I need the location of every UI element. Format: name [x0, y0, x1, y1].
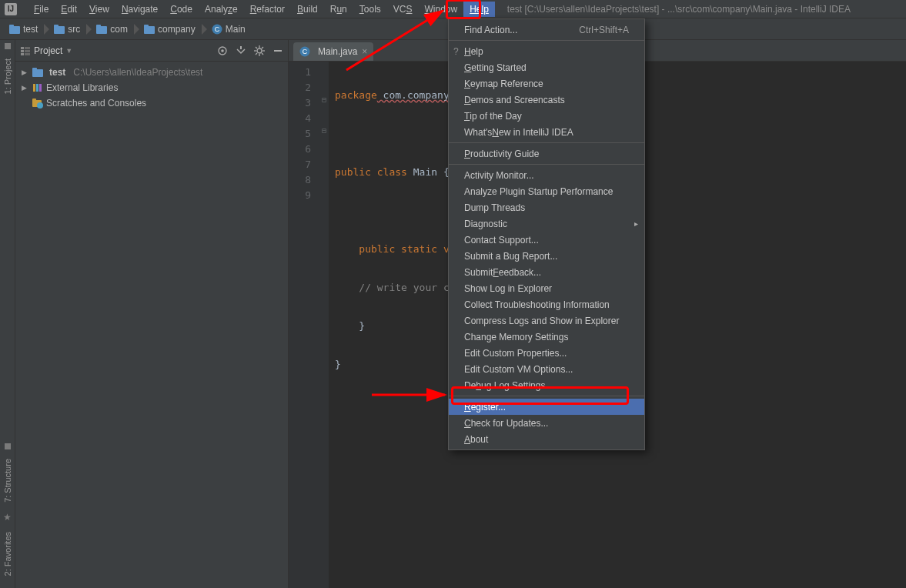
menu-code[interactable]: Code: [164, 2, 199, 17]
menu-run[interactable]: Run: [324, 2, 353, 17]
fold-icon[interactable]: ⊟: [319, 95, 329, 111]
separator: [449, 40, 644, 41]
star-icon: ★: [3, 512, 12, 523]
menuitem-check-updates[interactable]: Check for Updates...: [449, 415, 644, 431]
svg-rect-1: [9, 25, 14, 28]
menuitem-edit-properties[interactable]: Edit Custom Properties...: [449, 345, 644, 361]
help-dropdown: Find Action... Ctrl+Shift+A Help Getting…: [448, 18, 645, 450]
tree-external-libraries[interactable]: ▶ External Libraries: [15, 80, 288, 95]
menuitem-submit-feedback[interactable]: Submit Feedback...: [449, 264, 644, 280]
svg-line-25: [262, 53, 263, 55]
svg-line-26: [262, 47, 263, 48]
target-icon[interactable]: [217, 45, 228, 56]
svg-rect-11: [21, 50, 24, 52]
menu-file[interactable]: File: [28, 2, 55, 17]
minimize-icon[interactable]: [272, 45, 283, 56]
crumb-com[interactable]: com: [93, 22, 132, 37]
svg-rect-35: [32, 99, 36, 102]
svg-point-19: [257, 48, 262, 53]
project-panel-header: Project ▼: [15, 40, 288, 62]
class-icon: C: [299, 46, 310, 57]
side-tab-favorites[interactable]: 2: Favorites: [3, 526, 12, 582]
svg-rect-33: [39, 84, 42, 92]
menuitem-register[interactable]: Register...: [449, 399, 644, 415]
menuitem-activity-monitor[interactable]: Activity Monitor...: [449, 167, 644, 183]
expand-icon[interactable]: [236, 45, 246, 56]
tree-ext-libs-label: External Libraries: [46, 82, 118, 93]
menu-navigate[interactable]: Navigate: [115, 2, 164, 17]
fold-icon[interactable]: ⊟: [319, 126, 329, 142]
svg-text:C: C: [214, 25, 219, 33]
svg-rect-3: [54, 25, 59, 28]
svg-point-36: [37, 102, 43, 109]
side-tab-icon: [5, 43, 11, 49]
menuitem-tip-of-day[interactable]: Tip of the Day: [449, 108, 644, 124]
svg-rect-10: [21, 47, 24, 49]
project-panel: Project ▼ ▶ test C:\Users\allen\IdeaProj…: [15, 40, 289, 588]
menuitem-help[interactable]: Help: [449, 43, 644, 59]
svg-rect-31: [33, 84, 35, 92]
editor-tab-main[interactable]: C Main.java ×: [293, 42, 373, 61]
menuitem-submit-bug[interactable]: Submit a Bug Report...: [449, 248, 644, 264]
side-tab-icon: [5, 443, 11, 449]
separator: [449, 396, 644, 396]
menuitem-show-log[interactable]: Show Log in Explorer: [449, 280, 644, 296]
menuitem-analyze-plugin[interactable]: Analyze Plugin Startup Performance: [449, 183, 644, 199]
menuitem-debug-log[interactable]: Debug Log Settings...: [449, 377, 644, 393]
menubar: IJ File Edit View Navigate Code Analyze …: [0, 0, 906, 18]
app-icon: IJ: [5, 3, 17, 15]
menu-tools[interactable]: Tools: [353, 2, 387, 17]
dropdown-caret-icon[interactable]: ▼: [65, 47, 72, 55]
project-tree: ▶ test C:\Users\allen\IdeaProjects\test …: [15, 62, 288, 114]
svg-text:C: C: [303, 48, 308, 55]
menuitem-about[interactable]: About: [449, 431, 644, 447]
crumb-company[interactable]: company: [141, 22, 200, 37]
crumb-sep-icon: [202, 24, 207, 35]
crumb-sep-icon: [44, 24, 49, 35]
crumb-test[interactable]: test: [6, 22, 42, 37]
separator: [449, 164, 644, 165]
svg-rect-18: [240, 46, 242, 49]
menu-vcs[interactable]: VCS: [387, 2, 419, 17]
menuitem-getting-started[interactable]: Getting Started: [449, 59, 644, 75]
editor-tab-label: Main.java: [318, 46, 357, 57]
menu-refactor[interactable]: Refactor: [244, 2, 291, 17]
menuitem-whats-new[interactable]: What's New in IntelliJ IDEA: [449, 124, 644, 140]
menu-analyze[interactable]: Analyze: [199, 2, 244, 17]
svg-rect-30: [32, 68, 37, 71]
side-tab-project[interactable]: 1: Project: [3, 52, 12, 100]
menuitem-keymap-reference[interactable]: Keymap Reference: [449, 75, 644, 92]
menuitem-find-action[interactable]: Find Action... Ctrl+Shift+A: [449, 22, 644, 38]
menuitem-edit-vm-options[interactable]: Edit Custom VM Options...: [449, 361, 644, 377]
menuitem-compress-logs[interactable]: Compress Logs and Show in Explorer: [449, 312, 644, 329]
menuitem-demos[interactable]: Demos and Screencasts: [449, 92, 644, 108]
crumb-main[interactable]: C Main: [209, 22, 250, 37]
svg-rect-15: [25, 53, 30, 55]
line-number-gutter: 1 2 3 4 5 6 7 8 9: [289, 62, 319, 588]
menu-help[interactable]: Help: [463, 2, 495, 17]
svg-rect-7: [144, 25, 149, 28]
crumb-sep-icon: [134, 24, 139, 35]
menuitem-contact-support[interactable]: Contact Support...: [449, 232, 644, 248]
side-tab-structure[interactable]: 7: Structure: [3, 453, 12, 509]
tree-scratches[interactable]: Scratches and Consoles: [15, 95, 288, 111]
tree-scratches-label: Scratches and Consoles: [46, 98, 146, 109]
crumb-src[interactable]: src: [51, 22, 85, 37]
menuitem-dump-threads[interactable]: Dump Threads: [449, 199, 644, 215]
menu-build[interactable]: Build: [291, 2, 324, 17]
menu-window[interactable]: Window: [418, 2, 463, 17]
project-icon: [20, 45, 31, 56]
svg-line-24: [256, 47, 257, 48]
gear-icon[interactable]: [254, 45, 265, 56]
close-icon[interactable]: ×: [362, 46, 367, 57]
menu-view[interactable]: View: [83, 2, 115, 17]
menuitem-diagnostic[interactable]: Diagnostic: [449, 215, 644, 232]
menu-edit[interactable]: Edit: [55, 2, 83, 17]
menuitem-productivity-guide[interactable]: Productivity Guide: [449, 145, 644, 162]
svg-rect-32: [36, 84, 38, 92]
svg-line-27: [256, 53, 257, 55]
menuitem-change-memory[interactable]: Change Memory Settings: [449, 329, 644, 345]
svg-point-17: [221, 49, 224, 52]
menuitem-collect-troubleshooting[interactable]: Collect Troubleshooting Information: [449, 296, 644, 312]
tree-root[interactable]: ▶ test C:\Users\allen\IdeaProjects\test: [15, 65, 288, 80]
